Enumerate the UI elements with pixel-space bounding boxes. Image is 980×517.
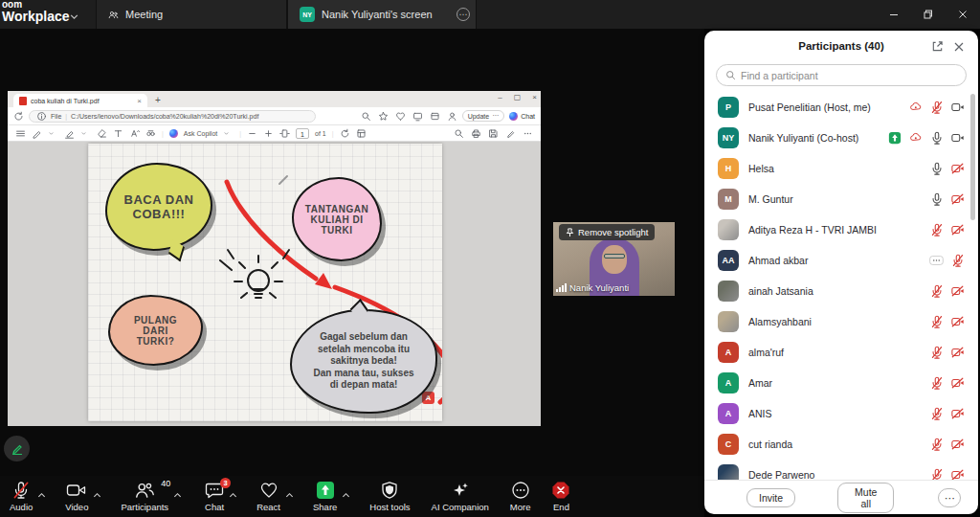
rotate-icon[interactable]	[340, 128, 350, 139]
caret-icon[interactable]	[48, 128, 58, 139]
save-icon[interactable]	[488, 128, 499, 139]
participant-name: Amar	[748, 377, 920, 389]
participant-row[interactable]: Ccut rianda	[704, 429, 978, 460]
participant-row[interactable]: MM. Guntur	[704, 184, 978, 214]
share-button[interactable]: Share	[313, 476, 337, 517]
address-bar[interactable]: File | C:/Users/lenovo/Downloads/coba%20…	[29, 110, 316, 123]
workspace-chevron-icon[interactable]	[69, 9, 79, 26]
chevron-up-icon[interactable]	[93, 485, 101, 503]
fit-page-icon[interactable]	[279, 128, 290, 139]
favorites-icon[interactable]	[378, 111, 389, 122]
chevron-up-icon[interactable]	[342, 485, 350, 503]
host-tools-button[interactable]: Host tools	[369, 476, 410, 517]
update-button[interactable]: Update⋯	[462, 110, 505, 122]
participant-row[interactable]: PPusat Penelitian (Host, me)	[704, 92, 978, 123]
camera-off-icon	[950, 223, 965, 236]
pdf-viewer[interactable]: A BACA DANCOBA!!!TANTANGANKULIAH DITURKI…	[8, 142, 541, 426]
participant-name: Ahmad akbar	[748, 255, 920, 266]
caret-icon[interactable]	[80, 128, 91, 139]
participant-row[interactable]: Dede Parweno	[704, 460, 978, 480]
edge-browser-window: coba kuliah di Turki.pdf × + – ▢ × File …	[8, 91, 541, 426]
more-icon[interactable]	[523, 128, 533, 139]
video-tile-nanik[interactable]: Remove spotlight Nanik Yuliyanti	[553, 222, 675, 296]
participant-row[interactable]: AAAhmad akbar	[704, 245, 978, 276]
add-text-icon[interactable]	[113, 128, 123, 139]
popout-icon[interactable]	[931, 39, 944, 56]
toolbar-divider: |	[239, 130, 241, 137]
search-input[interactable]	[741, 70, 957, 81]
search-icon[interactable]	[454, 128, 464, 139]
panel-more-button[interactable]: ⋯	[938, 488, 961, 507]
chevron-up-icon[interactable]	[37, 485, 46, 503]
participant-row[interactable]: AANIS	[704, 398, 978, 429]
participant-name: Alamsyahbani	[748, 316, 920, 327]
participants-button[interactable]: 40Participants	[121, 476, 168, 517]
participant-row[interactable]: HHelsa	[704, 153, 978, 184]
invite-button[interactable]: Invite	[746, 488, 795, 507]
participant-row[interactable]: NYNanik Yuliyanti (Co-host)	[704, 123, 978, 153]
web-capture-icon[interactable]	[430, 111, 440, 122]
video-button[interactable]: Video	[65, 476, 88, 517]
mute-all-button[interactable]: Mute all	[837, 483, 894, 513]
avatar	[718, 281, 739, 302]
thumbnails-icon[interactable]	[356, 128, 367, 139]
shield-big-icon	[380, 481, 399, 500]
search-icon[interactable]	[361, 111, 371, 122]
participant-row[interactable]: AAmar	[704, 368, 978, 398]
avatar	[718, 464, 739, 480]
mic-on-icon	[929, 162, 944, 175]
panel-close-icon[interactable]	[953, 39, 965, 56]
browser-essentials-icon[interactable]	[395, 111, 406, 122]
tab-options-icon[interactable]: ⋯	[457, 8, 470, 21]
find-on-page-icon[interactable]	[145, 128, 156, 139]
read-aloud-icon[interactable]	[129, 128, 140, 139]
more-button[interactable]: More	[510, 476, 531, 517]
copilot-chat-button[interactable]: Chat	[509, 112, 535, 121]
participant-row[interactable]: Aditya Reza H - TVRI JAMBI	[704, 214, 978, 245]
panel-scrollbar[interactable]	[970, 94, 975, 220]
refresh-icon[interactable]	[13, 111, 24, 122]
annotation-pencil-button[interactable]	[4, 436, 30, 461]
print-icon[interactable]	[471, 128, 481, 139]
zoom-out-icon[interactable]	[247, 128, 257, 139]
edit-icon[interactable]	[505, 128, 516, 139]
highlight-icon[interactable]	[64, 128, 75, 139]
more-icon[interactable]	[929, 254, 944, 267]
close-button[interactable]	[946, 0, 980, 29]
minimize-button[interactable]	[877, 0, 911, 29]
ask-copilot-label[interactable]: Ask Copilot	[184, 130, 217, 137]
chat-button[interactable]: 3Chat	[205, 476, 224, 517]
erase-icon[interactable]	[97, 128, 107, 139]
participant-row[interactable]: ainah Jatsania	[704, 276, 978, 306]
end-button[interactable]: End	[551, 476, 570, 517]
browser-minimize-button[interactable]: –	[498, 93, 501, 101]
remove-spotlight-button[interactable]: Remove spotlight	[559, 224, 655, 240]
tab-meeting[interactable]: Meeting	[96, 0, 287, 29]
participant-name: ainah Jatsania	[748, 285, 920, 297]
browser-tab[interactable]: coba kuliah di Turki.pdf ×	[13, 94, 147, 107]
zoom-in-icon[interactable]	[263, 128, 274, 139]
send-to-device-icon[interactable]	[412, 111, 423, 122]
maximize-button[interactable]	[911, 0, 946, 29]
profile-avatar-icon[interactable]	[447, 111, 457, 122]
chevron-up-icon[interactable]	[229, 485, 237, 503]
zoom-workplace-logo: oom Workplace	[2, 0, 70, 23]
react-button[interactable]: React	[256, 476, 280, 517]
acrobat-extension-icon[interactable]: A	[422, 392, 434, 404]
tab-shared-screen[interactable]: NY Nanik Yuliyanti's screen ⋯	[287, 0, 477, 29]
audio-button[interactable]: Audio	[10, 476, 33, 517]
new-tab-button[interactable]: +	[155, 95, 161, 105]
ai-companion-button[interactable]: AI Companion	[432, 476, 489, 517]
tab-close-icon[interactable]: ×	[137, 97, 142, 105]
page-number-input[interactable]: 1	[296, 128, 309, 139]
browser-maximize-button[interactable]: ▢	[514, 93, 522, 101]
draw-icon[interactable]	[32, 128, 42, 139]
ask-copilot-icon[interactable]	[169, 129, 178, 138]
menu-icon[interactable]	[15, 128, 26, 139]
browser-close-button[interactable]: ×	[532, 93, 537, 101]
chevron-up-icon[interactable]	[285, 485, 294, 503]
chevron-up-icon[interactable]	[173, 485, 182, 503]
participant-row[interactable]: Alamsyahbani	[704, 306, 978, 337]
participant-search[interactable]	[716, 64, 967, 86]
participant-row[interactable]: Aalma'ruf	[704, 337, 978, 368]
